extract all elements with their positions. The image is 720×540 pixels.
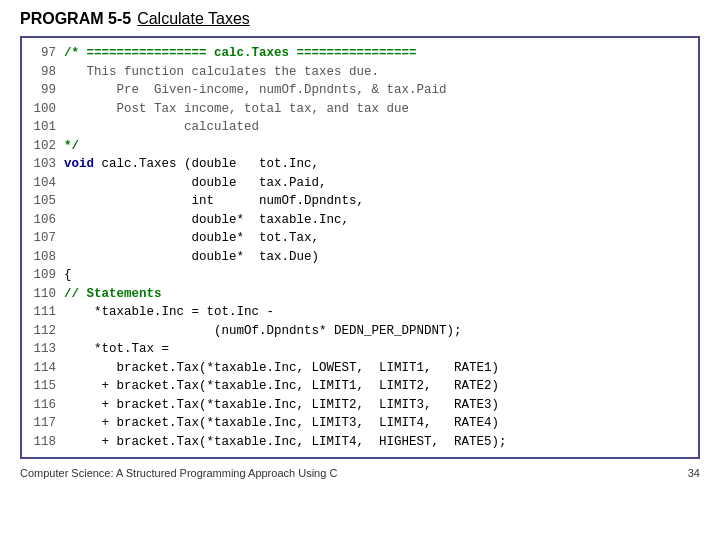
line-content: + bracket.Tax(*taxable.Inc, LIMIT3, LIMI… [64, 414, 499, 433]
table-row: 97/* ================ calc.Taxes =======… [26, 44, 694, 63]
line-number: 109 [26, 266, 64, 285]
line-number: 118 [26, 433, 64, 452]
line-content: */ [64, 137, 79, 156]
line-number: 113 [26, 340, 64, 359]
line-content: calculated [64, 118, 259, 137]
title-bar: PROGRAM 5-5 Calculate Taxes [20, 10, 700, 28]
table-row: 103void calc.Taxes (double tot.Inc, [26, 155, 694, 174]
code-box: 97/* ================ calc.Taxes =======… [20, 36, 700, 459]
table-row: 115 + bracket.Tax(*taxable.Inc, LIMIT1, … [26, 377, 694, 396]
table-row: 101 calculated [26, 118, 694, 137]
line-number: 100 [26, 100, 64, 119]
line-number: 103 [26, 155, 64, 174]
line-content: Pre Given-income, numOf.Dpndnts, & tax.P… [64, 81, 447, 100]
footer-left: Computer Science: A Structured Programmi… [20, 467, 337, 479]
line-content: double* tax.Due) [64, 248, 319, 267]
line-number: 98 [26, 63, 64, 82]
page: PROGRAM 5-5 Calculate Taxes 97/* =======… [0, 0, 720, 540]
line-content: This function calculates the taxes due. [64, 63, 379, 82]
line-content: Post Tax income, total tax, and tax due [64, 100, 409, 119]
line-number: 105 [26, 192, 64, 211]
line-number: 97 [26, 44, 64, 63]
line-number: 102 [26, 137, 64, 156]
line-content: bracket.Tax(*taxable.Inc, LOWEST, LIMIT1… [64, 359, 499, 378]
table-row: 111 *taxable.Inc = tot.Inc - [26, 303, 694, 322]
line-number: 116 [26, 396, 64, 415]
line-content: *taxable.Inc = tot.Inc - [64, 303, 274, 322]
line-content: double* taxable.Inc, [64, 211, 349, 230]
line-number: 106 [26, 211, 64, 230]
table-row: 109{ [26, 266, 694, 285]
line-number: 108 [26, 248, 64, 267]
table-row: 116 + bracket.Tax(*taxable.Inc, LIMIT2, … [26, 396, 694, 415]
footer: Computer Science: A Structured Programmi… [20, 467, 700, 479]
line-content: double* tot.Tax, [64, 229, 319, 248]
table-row: 98 This function calculates the taxes du… [26, 63, 694, 82]
table-row: 114 bracket.Tax(*taxable.Inc, LOWEST, LI… [26, 359, 694, 378]
line-number: 115 [26, 377, 64, 396]
line-content: + bracket.Tax(*taxable.Inc, LIMIT4, HIGH… [64, 433, 507, 452]
line-content: (numOf.Dpndnts* DEDN_PER_DPNDNT); [64, 322, 462, 341]
line-number: 107 [26, 229, 64, 248]
page-title: Calculate Taxes [137, 10, 250, 28]
footer-right: 34 [688, 467, 700, 479]
line-content: + bracket.Tax(*taxable.Inc, LIMIT2, LIMI… [64, 396, 499, 415]
line-content: // Statements [64, 285, 162, 304]
line-content: void calc.Taxes (double tot.Inc, [64, 155, 319, 174]
line-content: double tax.Paid, [64, 174, 327, 193]
line-number: 114 [26, 359, 64, 378]
table-row: 112 (numOf.Dpndnts* DEDN_PER_DPNDNT); [26, 322, 694, 341]
table-row: 106 double* taxable.Inc, [26, 211, 694, 230]
line-content: int numOf.Dpndnts, [64, 192, 364, 211]
line-content: + bracket.Tax(*taxable.Inc, LIMIT1, LIMI… [64, 377, 499, 396]
table-row: 117 + bracket.Tax(*taxable.Inc, LIMIT3, … [26, 414, 694, 433]
line-number: 104 [26, 174, 64, 193]
table-row: 100 Post Tax income, total tax, and tax … [26, 100, 694, 119]
line-content: /* ================ calc.Taxes =========… [64, 44, 417, 63]
line-number: 117 [26, 414, 64, 433]
line-number: 110 [26, 285, 64, 304]
line-content: { [64, 266, 72, 285]
line-number: 101 [26, 118, 64, 137]
table-row: 104 double tax.Paid, [26, 174, 694, 193]
line-number: 112 [26, 322, 64, 341]
line-number: 111 [26, 303, 64, 322]
table-row: 105 int numOf.Dpndnts, [26, 192, 694, 211]
table-row: 108 double* tax.Due) [26, 248, 694, 267]
table-row: 110// Statements [26, 285, 694, 304]
program-label: PROGRAM 5-5 [20, 10, 131, 28]
line-content: *tot.Tax = [64, 340, 169, 359]
table-row: 113 *tot.Tax = [26, 340, 694, 359]
table-row: 118 + bracket.Tax(*taxable.Inc, LIMIT4, … [26, 433, 694, 452]
table-row: 99 Pre Given-income, numOf.Dpndnts, & ta… [26, 81, 694, 100]
line-number: 99 [26, 81, 64, 100]
table-row: 102*/ [26, 137, 694, 156]
table-row: 107 double* tot.Tax, [26, 229, 694, 248]
